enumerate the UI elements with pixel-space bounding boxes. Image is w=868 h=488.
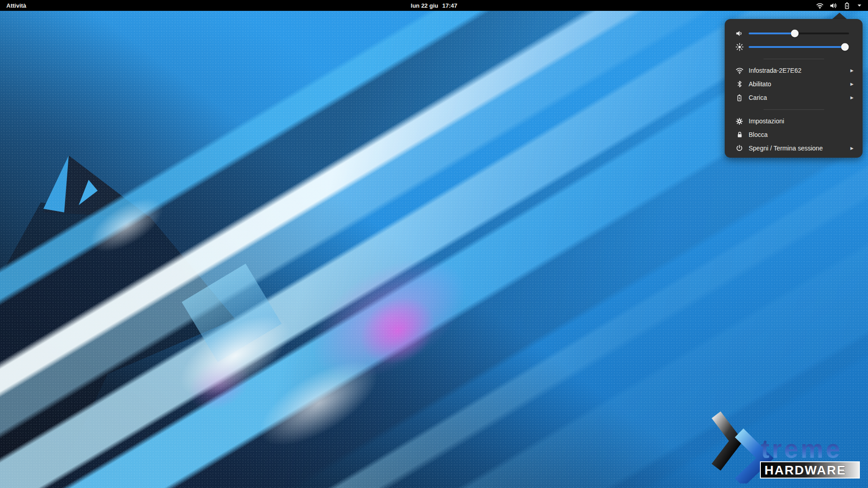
lock-item-label: Blocca	[749, 131, 854, 138]
settings-item-label: Impostazioni	[749, 117, 854, 125]
volume-slider-handle[interactable]	[791, 30, 799, 38]
chevron-down-icon	[857, 3, 862, 8]
menu-pointer-arrow	[832, 13, 847, 19]
lock-icon	[735, 131, 744, 139]
submenu-arrow-icon: ▶	[850, 82, 854, 86]
brightness-slider[interactable]	[749, 43, 849, 51]
submenu-arrow-icon: ▶	[850, 95, 854, 100]
power-icon	[735, 144, 744, 153]
speaker-icon	[735, 29, 744, 38]
menu-item-battery[interactable]: Carica ▶	[725, 91, 863, 104]
gear-icon	[735, 117, 744, 126]
desktop-screen: treme HARDWARE Attività lun 22 giu 17:47	[0, 0, 868, 488]
volume-slider[interactable]	[749, 29, 849, 38]
volume-slider-fill	[749, 33, 795, 34]
system-menu: Infostrada-2E7E62 ▶ Abilitato ▶ Carica ▶	[725, 19, 863, 158]
system-tray-button[interactable]	[810, 0, 868, 11]
menu-item-bluetooth[interactable]: Abilitato ▶	[725, 77, 863, 91]
menu-separator	[725, 104, 863, 114]
brightness-slider-row	[725, 40, 863, 54]
activities-button[interactable]: Attività	[0, 0, 33, 11]
clock-button[interactable]: lun 22 giu 17:47	[411, 2, 458, 9]
submenu-arrow-icon: ▶	[850, 68, 854, 73]
brightness-slider-handle[interactable]	[841, 43, 849, 51]
submenu-arrow-icon: ▶	[850, 146, 854, 150]
menu-item-lock[interactable]: Blocca	[725, 128, 863, 141]
battery-icon	[843, 2, 851, 9]
wifi-icon	[735, 66, 744, 75]
logo-word-bottom: HARDWARE	[764, 463, 846, 477]
clock-date: lun 22 giu	[411, 2, 439, 9]
power-item-label: Spegni / Termina sessione	[749, 145, 847, 152]
battery-icon	[735, 94, 744, 102]
activities-label: Attività	[6, 2, 26, 9]
logo-x-dark-chevron	[716, 415, 736, 467]
volume-icon	[830, 2, 837, 9]
sun-icon	[735, 43, 744, 52]
bluetooth-icon	[735, 80, 744, 89]
network-item-label: Infostrada-2E7E62	[749, 67, 847, 74]
battery-item-label: Carica	[749, 94, 847, 101]
bluetooth-item-label: Abilitato	[749, 80, 847, 88]
menu-separator	[725, 54, 863, 64]
top-bar: Attività lun 22 giu 17:47	[0, 0, 868, 11]
xtreme-hardware-logo: treme HARDWARE	[711, 411, 864, 483]
clock-time: 17:47	[442, 2, 457, 9]
brightness-slider-fill	[749, 46, 845, 48]
logo-word-top: treme	[761, 434, 842, 463]
menu-item-network[interactable]: Infostrada-2E7E62 ▶	[725, 64, 863, 77]
menu-item-settings[interactable]: Impostazioni	[725, 114, 863, 128]
menu-item-power[interactable]: Spegni / Termina sessione ▶	[725, 141, 863, 155]
volume-slider-row	[725, 27, 863, 40]
wifi-icon	[816, 2, 824, 9]
